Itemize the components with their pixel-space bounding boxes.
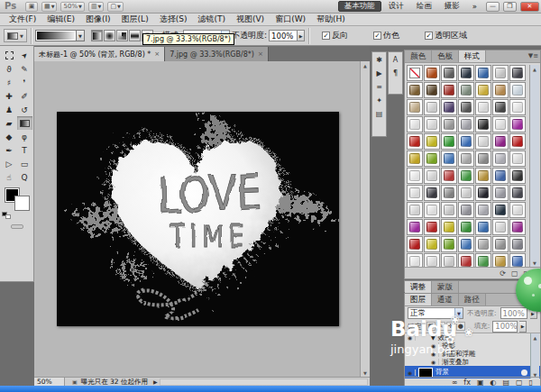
lasso-tool[interactable]: ϑ	[2, 62, 17, 76]
style-swatch[interactable]	[458, 116, 474, 132]
opacity-spinner[interactable]: ▶	[298, 30, 305, 41]
styles-tab-0[interactable]: 颜色	[405, 50, 432, 62]
menu-select[interactable]: 选择(S)	[154, 14, 193, 25]
workspace-button-0[interactable]: 基本功能	[338, 1, 381, 12]
layers-tab-1[interactable]: 通道	[432, 294, 459, 305]
style-swatch[interactable]	[492, 150, 509, 167]
style-swatch[interactable]	[424, 202, 440, 218]
angle-gradient-button[interactable]	[116, 30, 128, 41]
style-swatch[interactable]	[509, 82, 526, 98]
style-swatch[interactable]	[492, 116, 509, 132]
style-swatch[interactable]	[441, 65, 457, 81]
checkbox-dither[interactable]: ✓仿色	[373, 30, 399, 41]
panel-menu-icon[interactable]: ▼≡	[528, 52, 538, 59]
style-swatch[interactable]	[458, 150, 474, 167]
radial-gradient-button[interactable]	[104, 30, 115, 41]
styles-footer-icon-0[interactable]: ⟳	[500, 269, 506, 278]
style-swatch[interactable]	[475, 82, 491, 98]
menu-help[interactable]: 帮助(H)	[311, 14, 351, 25]
blur-tool[interactable]: ◆	[2, 130, 17, 143]
healing-brush-tool[interactable]: ✚	[2, 89, 17, 103]
style-swatch[interactable]	[492, 185, 509, 201]
style-swatch[interactable]	[509, 168, 526, 184]
style-swatch[interactable]	[509, 236, 526, 252]
style-swatch[interactable]	[458, 168, 474, 184]
tool-preset-picker[interactable]: ▼	[4, 29, 27, 42]
close-button[interactable]: ✕	[520, 2, 539, 12]
checkbox-transparency[interactable]: ✓透明区域	[425, 30, 467, 41]
styles-footer-icon-1[interactable]: ▢	[511, 269, 518, 278]
styles-tab-2[interactable]: 样式	[459, 50, 486, 62]
style-swatch[interactable]	[441, 150, 457, 167]
workspace-button-3[interactable]: 摄影	[439, 1, 465, 12]
minimize-button[interactable]: —	[486, 2, 500, 12]
style-swatch[interactable]	[492, 236, 509, 252]
checkbox-box-transparency[interactable]: ✓	[425, 32, 433, 40]
style-swatch[interactable]	[441, 133, 457, 150]
style-swatch[interactable]	[407, 185, 423, 201]
style-swatch[interactable]	[509, 99, 526, 115]
style-swatch[interactable]	[509, 150, 526, 167]
tool-presets-panel-icon[interactable]: ≡	[373, 81, 385, 92]
menu-view[interactable]: 视图(V)	[231, 14, 270, 25]
style-swatch[interactable]	[441, 82, 457, 98]
gradient-picker-arrow[interactable]: ▼	[77, 30, 85, 41]
arrange-documents-button[interactable]: ▥▼	[88, 2, 104, 12]
style-swatch[interactable]	[509, 133, 526, 150]
style-swatch[interactable]	[407, 150, 423, 167]
checkbox-box-dither[interactable]: ✓	[373, 32, 381, 40]
style-swatch[interactable]	[475, 133, 491, 150]
quick-selection-tool[interactable]: ✎	[17, 62, 32, 76]
clone-source-panel-icon[interactable]: ✦	[373, 95, 385, 105]
character-panel-icon[interactable]: A	[390, 54, 401, 65]
eraser-tool[interactable]: ▰	[2, 116, 17, 130]
style-swatch[interactable]	[492, 202, 509, 218]
style-swatch[interactable]	[424, 150, 440, 167]
style-swatch[interactable]	[407, 236, 423, 252]
fill-spinner[interactable]: ▶	[519, 321, 527, 333]
style-swatch[interactable]	[458, 65, 474, 81]
layer-opacity-combo[interactable]: 100%	[500, 307, 527, 319]
menu-filter[interactable]: 滤镜(T)	[192, 14, 231, 25]
document-image[interactable]: LOVE TIME	[57, 112, 339, 326]
brush-tool[interactable]: ✐	[17, 89, 32, 103]
style-swatch[interactable]	[492, 65, 509, 81]
status-zoom-field[interactable]: 50%	[34, 378, 65, 387]
style-swatch[interactable]	[441, 219, 457, 235]
move-tool[interactable]: ➤	[17, 49, 32, 62]
status-menu-arrow[interactable]: ▶	[153, 378, 158, 385]
style-swatch[interactable]	[407, 202, 423, 218]
paragraph-panel-icon[interactable]: ¶	[390, 68, 401, 78]
style-swatch[interactable]	[424, 82, 440, 98]
style-swatch[interactable]	[407, 82, 423, 98]
zoom-tool[interactable]: Q	[17, 170, 32, 184]
workspace-button-2[interactable]: 绘画	[411, 1, 437, 12]
style-swatch[interactable]	[475, 219, 491, 235]
style-swatch[interactable]	[424, 99, 440, 115]
menu-edit[interactable]: 编辑(E)	[41, 14, 80, 25]
style-swatch[interactable]	[458, 133, 474, 150]
layers-scrollbar[interactable]: ▲▼	[530, 333, 539, 378]
style-swatch[interactable]	[475, 99, 491, 115]
screen-mode-button[interactable]: ▢▼	[107, 2, 123, 12]
style-swatch[interactable]	[424, 168, 440, 184]
view-extras-button[interactable]: ▦▼	[41, 2, 57, 12]
fill-combo[interactable]: 100%	[492, 321, 518, 333]
style-swatch[interactable]	[424, 133, 440, 150]
style-swatch[interactable]	[475, 168, 491, 184]
menu-window[interactable]: 窗口(W)	[270, 14, 311, 25]
reflected-gradient-button[interactable]	[129, 30, 141, 41]
history-panel-icon[interactable]: ✱	[373, 54, 385, 65]
hand-tool[interactable]: ☝	[2, 170, 17, 184]
tab-close-icon[interactable]: ×	[258, 50, 263, 58]
style-swatch[interactable]	[441, 185, 457, 201]
style-swatch[interactable]	[424, 185, 440, 201]
style-swatch[interactable]	[458, 82, 474, 98]
eyedropper-tool[interactable]: ❜	[17, 76, 32, 89]
style-swatch[interactable]	[407, 99, 423, 115]
menu-layer[interactable]: 图层(L)	[116, 14, 154, 25]
layer-row-3[interactable]: ◉渐变叠加	[405, 358, 540, 366]
layers-tab-2[interactable]: 路径	[459, 294, 486, 305]
style-swatch[interactable]	[492, 82, 509, 98]
style-swatch[interactable]	[441, 168, 457, 184]
